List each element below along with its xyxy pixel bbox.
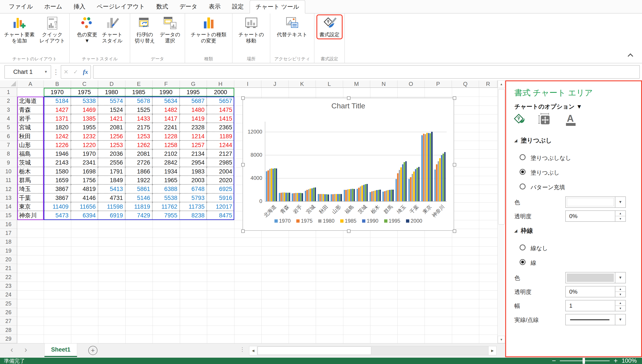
bar-1985-埼玉[interactable] <box>400 167 402 201</box>
cell-B2[interactable]: 5184 <box>44 96 71 105</box>
row-header-15[interactable]: 15 <box>0 211 17 220</box>
menu-tab-page-layout[interactable]: ページレイアウト <box>91 0 150 13</box>
cell-H14[interactable]: 12017 <box>207 202 234 211</box>
bar-1975-青森[interactable] <box>280 193 282 201</box>
insert-function-icon[interactable]: fx <box>83 68 88 76</box>
cell-C5[interactable]: 1955 <box>71 123 98 132</box>
cell-D7[interactable]: 1253 <box>98 141 126 150</box>
bar-1970-宮城[interactable] <box>305 191 306 201</box>
cell-F2[interactable]: 5634 <box>152 96 180 105</box>
row-header-24[interactable]: 24 <box>0 290 17 299</box>
spinner-arrows[interactable]: ▲▼ <box>615 286 626 297</box>
line-color-control[interactable]: ▼ <box>565 272 626 284</box>
bar-1985-茨城[interactable] <box>362 186 363 201</box>
row-header-4[interactable]: 4 <box>0 114 17 123</box>
radio-line[interactable] <box>520 259 526 265</box>
spin-up-icon[interactable]: ▲ <box>615 286 626 292</box>
bar-1990-福島[interactable] <box>350 189 352 201</box>
chart-style-button[interactable]: チャート スタイル <box>100 16 124 44</box>
bar-1990-東京[interactable] <box>428 133 430 201</box>
line-width-control[interactable]: 1▲▼ <box>565 300 626 311</box>
cell-E4[interactable]: 1433 <box>126 114 153 123</box>
radio-no-fill[interactable] <box>520 154 526 160</box>
bar-1980-埼玉[interactable] <box>399 170 400 201</box>
column-header-F[interactable]: F <box>152 80 180 88</box>
cell-B10[interactable]: 1580 <box>44 167 71 176</box>
menu-tab-data[interactable]: データ <box>174 0 203 13</box>
cell-F1[interactable]: 1990 <box>152 88 180 96</box>
bar-1985-福島[interactable] <box>348 189 350 201</box>
row-header-8[interactable]: 8 <box>0 150 17 158</box>
menu-tab-file[interactable]: ファイル <box>3 0 39 13</box>
cell-F13[interactable]: 5538 <box>152 194 180 202</box>
row-header-17[interactable]: 17 <box>0 229 17 238</box>
cell-A4[interactable]: 岩手 <box>17 114 44 123</box>
bar-2000-岩手[interactable] <box>302 193 303 202</box>
cell-C8[interactable]: 1970 <box>71 150 98 158</box>
cell-A13[interactable]: 千葉 <box>17 194 44 202</box>
selection-handle[interactable] <box>347 96 350 100</box>
cell-G4[interactable]: 1419 <box>180 114 207 123</box>
cell-D8[interactable]: 2036 <box>98 150 126 158</box>
move-chart-button[interactable]: チャートの 移動 <box>237 16 266 44</box>
bar-1970-北海道[interactable] <box>266 171 268 201</box>
bar-1995-神奈川[interactable] <box>442 154 444 201</box>
fill-color-control[interactable]: ▼ <box>565 196 626 208</box>
bar-1990-青森[interactable] <box>286 193 287 201</box>
chevron-down-icon[interactable]: ▼ <box>41 70 51 74</box>
legend-item-1990[interactable]: 1990 <box>362 218 378 224</box>
menu-tab-insert[interactable]: 挿入 <box>68 0 91 13</box>
bar-1980-神奈川[interactable] <box>438 161 439 201</box>
cell-B12[interactable]: 3867 <box>44 184 71 193</box>
bar-1990-神奈川[interactable] <box>441 155 442 201</box>
bar-1975-東京[interactable] <box>423 134 424 201</box>
radio-pattern-fill[interactable] <box>520 184 526 190</box>
column-header-B[interactable]: B <box>44 80 71 88</box>
cell-H15[interactable]: 8475 <box>207 211 234 220</box>
cell-A6[interactable]: 秋田 <box>17 132 44 141</box>
row-header-7[interactable]: 7 <box>0 141 17 150</box>
row-header-21[interactable]: 21 <box>0 264 17 273</box>
cell-E11[interactable]: 1922 <box>126 176 153 184</box>
bar-1990-千葉[interactable] <box>415 169 416 201</box>
legend-item-1980[interactable]: 1980 <box>318 218 334 224</box>
cell-D1[interactable]: 1980 <box>98 88 126 96</box>
row-header-1[interactable]: 1 <box>0 88 17 96</box>
bar-1970-神奈川[interactable] <box>434 170 436 201</box>
legend-item-2000[interactable]: 2000 <box>406 218 422 224</box>
chart-title[interactable]: Chart Title <box>243 102 454 110</box>
row-header-3[interactable]: 3 <box>0 106 17 114</box>
menu-tab-formulas[interactable]: 数式 <box>150 0 174 13</box>
cell-D11[interactable]: 1849 <box>98 176 126 184</box>
bar-1980-千葉[interactable] <box>412 174 413 201</box>
row-header-2[interactable]: 2 <box>0 96 17 105</box>
next-sheet-icon[interactable]: › <box>24 345 27 354</box>
bar-2000-山形[interactable] <box>340 194 342 201</box>
cell-G12[interactable]: 6748 <box>180 184 207 193</box>
column-header-M[interactable]: M <box>343 80 370 88</box>
cell-C13[interactable]: 4146 <box>71 194 98 202</box>
cell-D9[interactable]: 2556 <box>98 158 126 167</box>
bar-1980-青森[interactable] <box>282 192 284 201</box>
cell-B6[interactable]: 1242 <box>44 132 71 141</box>
row-header-12[interactable]: 12 <box>0 184 17 193</box>
bar-2000-神奈川[interactable] <box>444 152 446 201</box>
cell-H8[interactable]: 2127 <box>207 150 234 158</box>
bar-1985-宮城[interactable] <box>310 188 311 201</box>
column-header-L[interactable]: L <box>316 80 343 88</box>
cell-C9[interactable]: 2341 <box>71 158 98 167</box>
bar-1970-埼玉[interactable] <box>396 179 397 202</box>
cell-E14[interactable]: 11819 <box>126 202 153 211</box>
zoom-slider-thumb[interactable] <box>582 358 585 364</box>
column-header-J[interactable]: J <box>261 80 289 88</box>
row-header-20[interactable]: 20 <box>0 255 17 264</box>
cell-G15[interactable]: 8238 <box>180 211 207 220</box>
bar-1990-宮城[interactable] <box>312 188 313 201</box>
bar-1985-秋田[interactable] <box>323 194 324 201</box>
section-collapse-icon[interactable]: ◢ <box>514 138 517 143</box>
cell-F7[interactable]: 1258 <box>152 141 180 150</box>
bar-2000-群馬[interactable] <box>392 190 394 202</box>
bar-1985-青森[interactable] <box>284 192 286 201</box>
bar-1980-群馬[interactable] <box>386 190 387 201</box>
cell-C7[interactable]: 1220 <box>71 141 98 150</box>
